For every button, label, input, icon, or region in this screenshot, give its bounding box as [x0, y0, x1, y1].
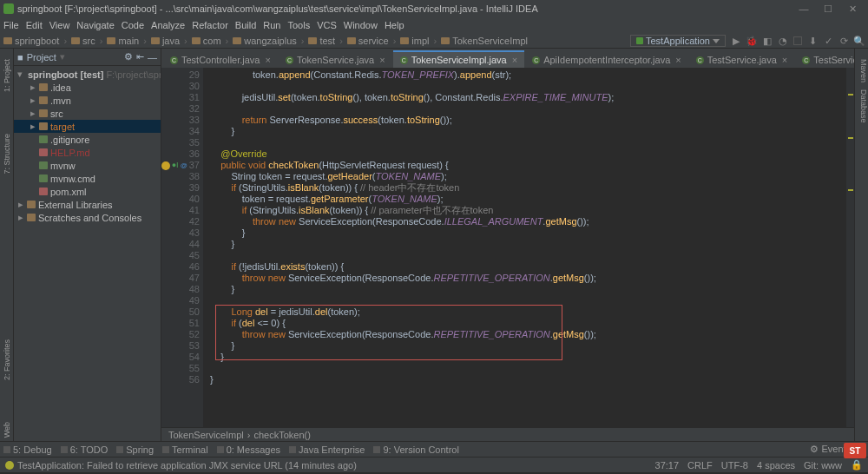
tree-item[interactable]: ▸.mvn — [14, 94, 161, 107]
bottom-tool-tabs: 5: Debug6: TODOSpringTerminal0: Messages… — [0, 441, 868, 457]
right-tool-strip: Maven Database — [854, 49, 868, 441]
project-panel-header: ■Project▾ ⚙ ⇤ — — [14, 49, 161, 66]
maximize-button[interactable]: ☐ — [816, 2, 840, 16]
maven-tool-tab[interactable]: Maven — [855, 56, 868, 86]
lock-icon[interactable]: 🔒 — [851, 459, 863, 471]
editor-tab[interactable]: CTokenServiceImpl.java× — [393, 50, 525, 68]
bottom-tab[interactable]: Spring — [116, 444, 154, 455]
hide-icon[interactable]: — — [148, 52, 157, 63]
status-bar: TestApplication: Failed to retrieve appl… — [0, 457, 868, 472]
editor-tab[interactable]: CTestService.java× — [689, 50, 795, 68]
intention-bulb-icon[interactable] — [161, 161, 170, 170]
git-branch[interactable]: Git: www — [804, 460, 842, 471]
tree-item[interactable]: ▸Scratches and Consoles — [14, 211, 161, 224]
menu-bar: FileEditViewNavigateCodeAnalyzeRefactorB… — [0, 17, 868, 33]
project-settings-icon[interactable]: ⚙ — [124, 51, 133, 63]
run-config-selector[interactable]: TestApplication — [630, 35, 726, 47]
breadcrumb-item[interactable]: src — [82, 36, 95, 46]
implements-icon[interactable]: ●I — [172, 160, 179, 171]
menu-help[interactable]: Help — [385, 20, 404, 30]
menu-window[interactable]: Window — [344, 20, 378, 30]
coverage-button[interactable]: ◧ — [762, 36, 773, 46]
editor-tab[interactable]: CTestServiceImpl.java× — [795, 50, 854, 68]
git-update-button[interactable]: ⬇ — [807, 36, 818, 46]
indent[interactable]: 4 spaces — [757, 460, 795, 471]
encoding[interactable]: UTF-8 — [721, 460, 748, 471]
close-icon[interactable]: × — [266, 55, 271, 65]
breadcrumb-item[interactable]: wangzaiplus — [244, 36, 297, 46]
tree-item[interactable]: mvnw — [14, 159, 161, 172]
crumb-method[interactable]: checkToken() — [254, 430, 311, 440]
debug-button[interactable]: 🐞 — [746, 36, 757, 46]
breadcrumb-item[interactable]: main — [118, 36, 139, 46]
watermark-badge: ST — [844, 443, 866, 458]
breadcrumb-item[interactable]: impl — [411, 36, 429, 46]
structure-tool-tab[interactable]: 7: Structure — [3, 130, 11, 178]
collapse-icon[interactable]: ⇤ — [136, 51, 144, 63]
tree-item[interactable]: .gitignore — [14, 133, 161, 146]
tree-item[interactable]: pom.xml — [14, 185, 161, 198]
git-history-button[interactable]: ⟳ — [838, 36, 849, 46]
menu-navigate[interactable]: Navigate — [76, 20, 114, 30]
bottom-tab[interactable]: 6: TODO — [61, 444, 108, 455]
warning-icon[interactable] — [5, 461, 14, 470]
close-icon[interactable]: × — [512, 55, 517, 65]
stop-button[interactable] — [793, 36, 802, 45]
close-icon[interactable]: × — [782, 55, 787, 65]
breadcrumb-item[interactable]: service — [358, 36, 389, 46]
caret-position[interactable]: 37:17 — [655, 460, 680, 471]
profile-button[interactable]: ◔ — [778, 36, 788, 46]
web-tool-tab[interactable]: Web — [3, 418, 11, 441]
breadcrumb-item[interactable]: TokenServiceImpl — [452, 36, 528, 46]
breadcrumb[interactable]: springbootsrcmainjavacomwangzaiplustests… — [3, 36, 528, 46]
code-editor[interactable]: 2930313233343536●I @37383940414243444546… — [161, 68, 854, 427]
tree-item[interactable]: mvnw.cmd — [14, 172, 161, 185]
tree-item[interactable]: ▸External Libraries — [14, 198, 161, 211]
menu-refactor[interactable]: Refactor — [192, 20, 228, 30]
breadcrumb-item[interactable]: test — [319, 36, 335, 46]
editor-tab[interactable]: CTokenService.java× — [279, 50, 392, 68]
menu-run[interactable]: Run — [263, 20, 280, 30]
search-button[interactable]: 🔍 — [854, 36, 865, 46]
close-button[interactable]: ✕ — [840, 2, 865, 16]
tree-root[interactable]: ▾springboot [test] F:\project\springboot — [14, 68, 161, 81]
bottom-tab[interactable]: 5: Debug — [3, 444, 52, 455]
close-icon[interactable]: × — [675, 55, 681, 65]
project-panel-title: Project — [27, 52, 56, 63]
minimize-button[interactable]: — — [792, 2, 816, 16]
crumb-class[interactable]: TokenServiceImpl — [168, 430, 244, 440]
project-tree[interactable]: ▾springboot [test] F:\project\springboot… — [14, 66, 161, 441]
line-separator[interactable]: CRLF — [687, 460, 713, 471]
favorites-tool-tab[interactable]: 2: Favorites — [3, 336, 11, 384]
breadcrumb-item[interactable]: java — [162, 36, 180, 46]
tree-item[interactable]: ▸src — [14, 107, 161, 120]
menu-edit[interactable]: Edit — [26, 20, 43, 30]
close-icon[interactable]: × — [379, 55, 385, 65]
menu-analyze[interactable]: Analyze — [151, 20, 185, 30]
breadcrumb-item[interactable]: springboot — [15, 36, 59, 46]
tree-item[interactable]: ▸target — [14, 120, 161, 133]
editor-tab[interactable]: CTestController.java× — [163, 50, 278, 68]
code-content[interactable]: token.append(Constant.Redis.TOKEN_PREFIX… — [203, 68, 845, 427]
editor-breadcrumb[interactable]: TokenServiceImpl›checkToken() — [161, 427, 854, 441]
menu-build[interactable]: Build — [235, 20, 256, 30]
menu-view[interactable]: View — [49, 20, 70, 30]
tree-item[interactable]: HELP.md — [14, 146, 161, 159]
menu-code[interactable]: Code — [122, 20, 144, 30]
tree-item[interactable]: ▸.idea — [14, 81, 161, 94]
bottom-tab[interactable]: Terminal — [162, 444, 208, 455]
bottom-tab[interactable]: 9: Version Control — [373, 444, 458, 455]
project-tool-tab[interactable]: 1: Project — [3, 56, 11, 95]
left-tool-strip: 1: Project 7: Structure 2: Favorites Web — [0, 49, 14, 441]
menu-tools[interactable]: Tools — [287, 20, 310, 30]
database-tool-tab[interactable]: Database — [855, 86, 868, 127]
git-commit-button[interactable]: ✓ — [823, 36, 833, 46]
bottom-tab[interactable]: 0: Messages — [217, 444, 280, 455]
run-button[interactable]: ▶ — [731, 36, 741, 46]
editor-tab[interactable]: CApiIdempotentInterceptor.java× — [525, 50, 688, 68]
menu-vcs[interactable]: VCS — [317, 20, 337, 30]
menu-file[interactable]: File — [3, 20, 19, 30]
error-stripe[interactable] — [845, 68, 854, 427]
breadcrumb-item[interactable]: com — [203, 36, 221, 46]
bottom-tab[interactable]: Java Enterprise — [289, 444, 365, 455]
